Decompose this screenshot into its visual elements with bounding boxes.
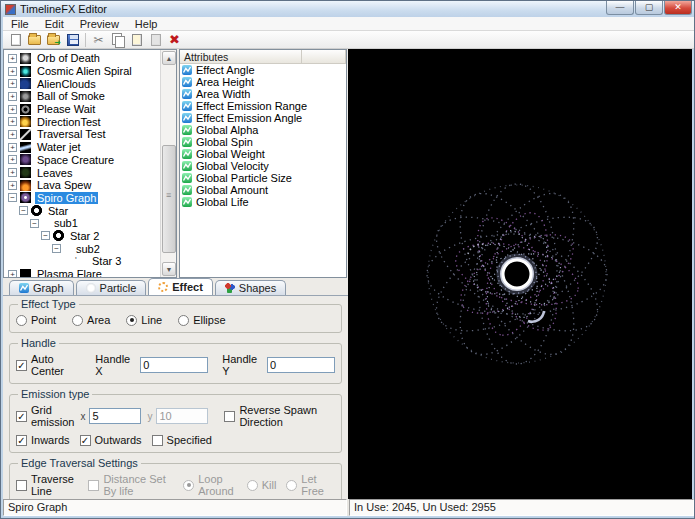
tree-item[interactable]: −Star 2 bbox=[4, 230, 159, 243]
open-button[interactable] bbox=[25, 32, 44, 48]
expand-toggle[interactable]: + bbox=[8, 143, 17, 152]
tab-shapes[interactable]: Shapes bbox=[215, 280, 286, 295]
tree-item[interactable]: +Ball of Smoke bbox=[4, 90, 159, 103]
attribute-row[interactable]: Area Width bbox=[180, 88, 346, 100]
handle-x-input[interactable] bbox=[140, 357, 208, 373]
checkbox-icon[interactable] bbox=[16, 360, 27, 371]
copy-button[interactable] bbox=[108, 32, 127, 48]
attribute-row[interactable]: Global Alpha bbox=[180, 124, 346, 136]
checkbox-icon[interactable] bbox=[16, 480, 27, 491]
expand-toggle[interactable]: + bbox=[8, 79, 17, 88]
effect-type-radio-area[interactable]: Area bbox=[72, 314, 110, 326]
scroll-down-arrow-icon[interactable]: ▼ bbox=[162, 262, 176, 276]
expand-toggle[interactable]: + bbox=[8, 155, 17, 164]
expand-toggle[interactable]: + bbox=[8, 168, 17, 177]
menu-item-preview[interactable]: Preview bbox=[72, 18, 127, 30]
expand-toggle[interactable]: − bbox=[52, 244, 61, 253]
attribute-row[interactable]: Effect Angle bbox=[180, 64, 346, 76]
expand-toggle[interactable]: − bbox=[8, 193, 17, 202]
expand-toggle[interactable]: + bbox=[8, 130, 17, 139]
expand-toggle[interactable]: + bbox=[8, 67, 17, 76]
expand-toggle[interactable]: + bbox=[8, 117, 17, 126]
new-button[interactable] bbox=[6, 32, 25, 48]
tree-scrollbar[interactable]: ▲ ▼ bbox=[160, 50, 176, 277]
tab-particle[interactable]: Particle bbox=[76, 280, 147, 295]
minimize-button[interactable]: — bbox=[606, 1, 634, 15]
tree-item[interactable]: +Lava Spew bbox=[4, 179, 159, 192]
auto-center-checkbox[interactable]: Auto Center bbox=[16, 353, 79, 377]
attribute-row[interactable]: Effect Emission Range bbox=[180, 100, 346, 112]
reverse-spawn-checkbox[interactable]: Reverse Spawn Direction bbox=[224, 404, 319, 428]
attribute-row[interactable]: Global Velocity bbox=[180, 160, 346, 172]
tree-item[interactable]: +Plasma Flare bbox=[4, 268, 159, 278]
preview-viewport[interactable] bbox=[348, 49, 692, 499]
tree-item[interactable]: +Space Creature bbox=[4, 154, 159, 167]
menu-item-help[interactable]: Help bbox=[127, 18, 166, 30]
effect-type-radio-line[interactable]: Line bbox=[126, 314, 162, 326]
attribute-row[interactable]: Global Weight bbox=[180, 148, 346, 160]
expand-toggle[interactable]: + bbox=[8, 181, 17, 190]
radio-icon[interactable] bbox=[126, 315, 137, 326]
specified-checkbox[interactable]: Specified bbox=[152, 434, 212, 446]
grid-emission-checkbox[interactable]: Grid emission bbox=[16, 404, 74, 428]
tree-item[interactable]: +DirectionTest bbox=[4, 115, 159, 128]
tab-effect[interactable]: Effect bbox=[148, 278, 213, 295]
attributes-column-header[interactable]: Attributes bbox=[180, 50, 302, 63]
radio-icon[interactable] bbox=[16, 315, 27, 326]
tree-item[interactable]: +Cosmic Alien Spiral bbox=[4, 65, 159, 78]
menu-item-file[interactable]: File bbox=[3, 18, 37, 30]
checkbox-icon[interactable] bbox=[152, 435, 163, 446]
cut-button[interactable]: ✂ bbox=[89, 32, 108, 48]
radio-icon[interactable] bbox=[178, 315, 189, 326]
tree-item[interactable]: −sub1 bbox=[4, 217, 159, 230]
menu-item-edit[interactable]: Edit bbox=[37, 18, 72, 30]
import-button[interactable] bbox=[44, 32, 63, 48]
maximize-button[interactable]: ▢ bbox=[635, 1, 663, 15]
tree-item[interactable]: 'Star 3 bbox=[4, 255, 159, 268]
scroll-up-arrow-icon[interactable]: ▲ bbox=[162, 51, 176, 65]
tree-item[interactable]: +Orb of Death bbox=[4, 52, 159, 65]
paste-button[interactable] bbox=[127, 32, 146, 48]
paste-special-button[interactable] bbox=[146, 32, 165, 48]
checkbox-icon[interactable] bbox=[224, 411, 235, 422]
attribute-row[interactable]: Global Spin bbox=[180, 136, 346, 148]
tree-item[interactable]: −Spiro Graph bbox=[4, 192, 159, 205]
tree-item[interactable]: +Leaves bbox=[4, 166, 159, 179]
checkbox-icon[interactable] bbox=[16, 411, 27, 422]
handle-y-input[interactable] bbox=[267, 357, 335, 373]
effect-type-radio-ellipse[interactable]: Ellipse bbox=[178, 314, 225, 326]
attribute-row[interactable]: Global Amount bbox=[180, 184, 346, 196]
radio-icon[interactable] bbox=[72, 315, 83, 326]
attributes-column-header-empty[interactable] bbox=[302, 50, 346, 63]
expand-toggle[interactable]: − bbox=[19, 206, 28, 215]
close-button[interactable]: ✕ bbox=[664, 1, 692, 15]
effect-type-radio-point[interactable]: Point bbox=[16, 314, 56, 326]
attribute-row[interactable]: Global Life bbox=[180, 196, 346, 208]
grid-x-input[interactable] bbox=[89, 408, 141, 424]
traverse-line-checkbox[interactable]: Traverse Line bbox=[16, 473, 80, 497]
expand-toggle[interactable]: − bbox=[41, 231, 50, 240]
tree-item[interactable]: +AlienClouds bbox=[4, 77, 159, 90]
attribute-row[interactable]: Area Height bbox=[180, 76, 346, 88]
tree-item[interactable]: +Traversal Test bbox=[4, 128, 159, 141]
tree-item[interactable]: −Star bbox=[4, 204, 159, 217]
expand-toggle[interactable]: + bbox=[8, 270, 17, 278]
expand-toggle[interactable]: − bbox=[30, 219, 39, 228]
save-button[interactable] bbox=[63, 32, 82, 48]
inwards-checkbox[interactable]: Inwards bbox=[16, 434, 70, 446]
tab-graph[interactable]: Graph bbox=[9, 280, 74, 295]
attribute-row[interactable]: Global Particle Size bbox=[180, 172, 346, 184]
expand-toggle[interactable]: + bbox=[8, 92, 17, 101]
attribute-row[interactable]: Effect Emission Angle bbox=[180, 112, 346, 124]
tree-item[interactable]: +Water jet bbox=[4, 141, 159, 154]
outwards-checkbox[interactable]: Outwards bbox=[80, 434, 142, 446]
scroll-thumb[interactable] bbox=[162, 145, 176, 253]
checkbox-icon[interactable] bbox=[16, 435, 27, 446]
delete-button[interactable]: ✖ bbox=[165, 32, 184, 48]
tree-item[interactable]: −sub2 bbox=[4, 242, 159, 255]
checkbox-icon[interactable] bbox=[80, 435, 91, 446]
expand-toggle[interactable]: + bbox=[8, 54, 17, 63]
grid-y-input[interactable] bbox=[156, 408, 208, 424]
tree-item[interactable]: +Please Wait bbox=[4, 103, 159, 116]
expand-toggle[interactable]: + bbox=[8, 105, 17, 114]
